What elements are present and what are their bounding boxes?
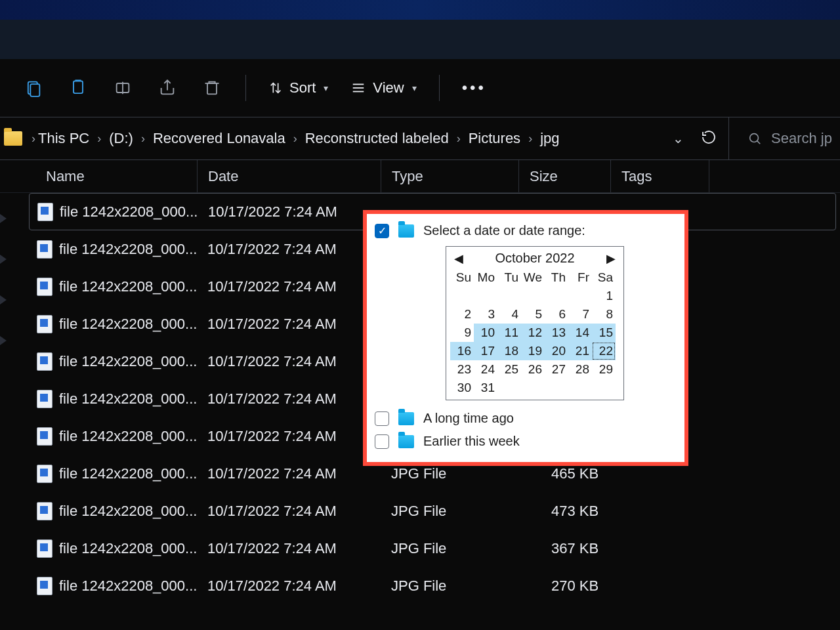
- calendar: ◀ October 2022 ▶ SuMoTuWeThFrSa123456789…: [446, 246, 624, 400]
- calendar-day[interactable]: 12: [521, 324, 545, 342]
- day-of-week: Sa: [592, 268, 616, 287]
- column-header-type[interactable]: Type: [381, 160, 518, 192]
- calendar-day[interactable]: 28: [568, 360, 592, 379]
- calendar-day[interactable]: 22: [592, 342, 616, 360]
- calendar-day[interactable]: 13: [545, 324, 568, 342]
- file-name: file 1242x2208_000...: [60, 203, 198, 220]
- calendar-day[interactable]: 10: [474, 324, 497, 342]
- breadcrumb-item[interactable]: Reconstructed labeled: [305, 130, 449, 147]
- copy-button[interactable]: [67, 77, 89, 99]
- calendar-day[interactable]: 23: [450, 360, 474, 379]
- chevron-right-icon: ›: [454, 132, 463, 146]
- calendar-day[interactable]: 27: [545, 360, 568, 379]
- file-date: 10/17/2022 7:24 AM: [197, 241, 381, 258]
- column-header-size[interactable]: Size: [518, 160, 610, 192]
- svg-rect-4: [207, 83, 217, 94]
- calendar-day[interactable]: 31: [474, 379, 497, 397]
- next-month-button[interactable]: ▶: [606, 251, 616, 266]
- calendar-day[interactable]: 8: [592, 305, 616, 324]
- calendar-day[interactable]: 15: [592, 324, 616, 342]
- chevron-right-icon: ›: [291, 132, 300, 146]
- file-date: 10/17/2022 7:24 AM: [197, 465, 381, 482]
- file-icon: [37, 427, 52, 446]
- file-row[interactable]: file 1242x2208_000...10/17/2022 7:24 AMJ…: [0, 492, 840, 530]
- calendar-day[interactable]: 5: [521, 305, 545, 324]
- calendar-day[interactable]: 7: [568, 305, 592, 324]
- breadcrumb-item[interactable]: jpg: [540, 130, 559, 147]
- column-header-date[interactable]: Date: [197, 160, 381, 192]
- history-dropdown[interactable]: ⌄: [673, 131, 684, 146]
- calendar-day[interactable]: 18: [497, 342, 521, 360]
- calendar-day[interactable]: 6: [545, 305, 568, 324]
- breadcrumb-item[interactable]: Recovered Lonavala: [153, 130, 285, 147]
- calendar-day[interactable]: 16: [450, 342, 474, 360]
- delete-button[interactable]: [201, 77, 223, 99]
- file-size: 270 KB: [518, 578, 610, 595]
- file-date: 10/17/2022 7:24 AM: [197, 503, 381, 520]
- calendar-day[interactable]: 9: [450, 324, 474, 342]
- sort-label: Sort: [289, 79, 316, 96]
- calendar-day[interactable]: 20: [545, 342, 568, 360]
- chevron-right-icon: ›: [138, 132, 148, 146]
- calendar-day[interactable]: 24: [474, 360, 497, 379]
- file-name: file 1242x2208_000...: [59, 241, 197, 258]
- file-row[interactable]: file 1242x2208_000...10/17/2022 7:24 AMJ…: [0, 530, 840, 567]
- file-row[interactable]: file 1242x2208_000...10/17/2022 7:24 AMJ…: [0, 567, 840, 604]
- file-icon: [37, 390, 52, 408]
- rename-button[interactable]: [112, 77, 134, 99]
- search-icon: [747, 131, 762, 146]
- breadcrumb-item[interactable]: This PC: [38, 130, 89, 147]
- view-button[interactable]: View ▾: [350, 79, 416, 96]
- date-range-label: Select a date or date range:: [423, 223, 585, 238]
- calendar-day: [474, 287, 497, 305]
- calendar-day[interactable]: 17: [474, 342, 497, 360]
- calendar-day[interactable]: 3: [474, 305, 497, 324]
- column-headers: Name Date Type Size Tags: [0, 160, 840, 193]
- calendar-day[interactable]: 25: [497, 360, 521, 379]
- refresh-button[interactable]: [701, 129, 717, 148]
- file-date: 10/17/2022 7:24 AM: [197, 316, 381, 333]
- calendar-day[interactable]: 1: [592, 287, 616, 305]
- column-header-tags[interactable]: Tags: [610, 160, 709, 192]
- calendar-day[interactable]: 11: [497, 324, 521, 342]
- calendar-day[interactable]: 29: [592, 360, 616, 379]
- more-button[interactable]: •••: [462, 77, 486, 99]
- breadcrumb-item[interactable]: Pictures: [469, 130, 520, 147]
- calendar-day: [497, 287, 521, 305]
- calendar-day[interactable]: 14: [568, 324, 592, 342]
- chevron-right-icon: ›: [94, 132, 104, 146]
- file-date: 10/17/2022 7:24 AM: [197, 353, 381, 370]
- file-name: file 1242x2208_000...: [59, 503, 197, 520]
- calendar-day[interactable]: 19: [521, 342, 545, 360]
- breadcrumb-item[interactable]: (D:): [109, 130, 133, 147]
- option-long-ago: A long time ago: [423, 411, 514, 426]
- month-label: October 2022: [495, 251, 574, 266]
- cut-button[interactable]: [22, 77, 45, 99]
- calendar-day[interactable]: 21: [568, 342, 592, 360]
- file-name: file 1242x2208_000...: [59, 316, 197, 333]
- chevron-down-icon: ▾: [412, 83, 417, 93]
- calendar-day: [521, 287, 545, 305]
- calendar-day[interactable]: 4: [497, 305, 521, 324]
- file-type: JPG File: [381, 578, 518, 595]
- file-size: 473 KB: [518, 503, 610, 520]
- search-input[interactable]: Search jp: [728, 117, 840, 159]
- address-bar: › This PC›(D:)›Recovered Lonavala›Recons…: [0, 117, 840, 159]
- prev-month-button[interactable]: ◀: [454, 251, 463, 266]
- calendar-day[interactable]: 2: [450, 305, 474, 324]
- calendar-day[interactable]: 30: [450, 379, 474, 397]
- share-button[interactable]: [156, 77, 178, 99]
- column-header-name[interactable]: Name: [0, 168, 197, 185]
- file-name: file 1242x2208_000...: [59, 390, 197, 408]
- checkbox-earlier-week[interactable]: [375, 434, 389, 449]
- toolbar-separator: [245, 75, 246, 101]
- sort-button[interactable]: Sort ▾: [268, 79, 328, 96]
- option-earlier-week: Earlier this week: [423, 434, 520, 449]
- day-of-week: Su: [450, 268, 474, 287]
- checkbox-date-range[interactable]: ✓: [375, 224, 389, 238]
- checkbox-long-ago[interactable]: [375, 411, 389, 426]
- calendar-day[interactable]: 26: [521, 360, 545, 379]
- day-of-week: We: [521, 268, 545, 287]
- svg-rect-2: [74, 81, 83, 94]
- nav-pane-edge: [0, 214, 7, 345]
